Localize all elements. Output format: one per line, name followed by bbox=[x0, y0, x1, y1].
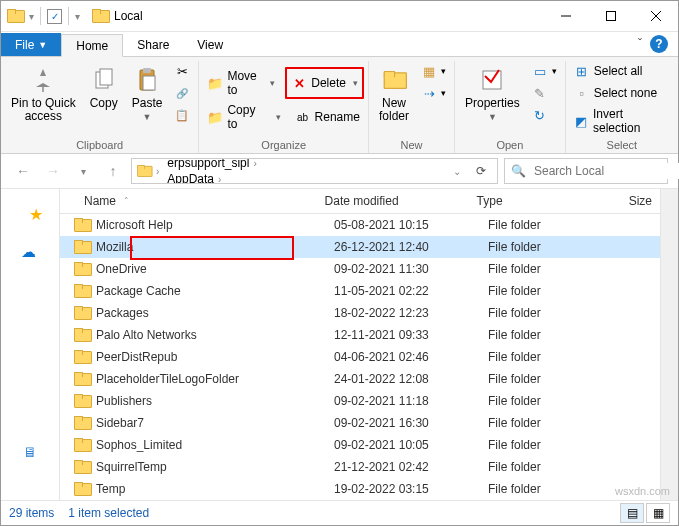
forward-button[interactable]: → bbox=[41, 159, 65, 183]
address-bar[interactable]: › Users›erpsupport_sipl›AppData›Local› ⌄… bbox=[131, 158, 498, 184]
qat-overflow-icon[interactable]: ▾ bbox=[75, 11, 80, 22]
file-type: File folder bbox=[480, 284, 634, 298]
minimize-button[interactable] bbox=[543, 2, 588, 31]
recent-locations-button[interactable]: ▾ bbox=[71, 159, 95, 183]
paste-button[interactable]: Paste▼ bbox=[126, 61, 169, 126]
table-row[interactable]: Sidebar709-02-2021 16:30File folder bbox=[60, 412, 660, 434]
table-row[interactable]: Microsoft Help05-08-2021 10:15File folde… bbox=[60, 214, 660, 236]
file-type: File folder bbox=[480, 482, 634, 496]
folder-icon bbox=[74, 372, 90, 386]
table-row[interactable]: Package Cache11-05-2021 02:22File folder bbox=[60, 280, 660, 302]
properties-icon bbox=[481, 63, 503, 97]
file-name: Mozilla bbox=[96, 240, 133, 254]
copy-path-button[interactable]: 🔗 bbox=[170, 83, 194, 103]
file-date: 11-05-2021 02:22 bbox=[326, 284, 480, 298]
copy-button[interactable]: Copy bbox=[84, 61, 124, 112]
select-none-button[interactable]: ▫Select none bbox=[570, 83, 674, 103]
search-box[interactable]: 🔍 bbox=[504, 158, 668, 184]
maximize-icon bbox=[606, 11, 616, 21]
close-button[interactable] bbox=[633, 2, 678, 31]
app-folder-icon bbox=[7, 9, 23, 23]
edit-button[interactable]: ✎ bbox=[528, 83, 561, 103]
nav-pane[interactable]: ★ ☁ 🖥 bbox=[1, 189, 60, 500]
file-date: 09-02-2021 11:30 bbox=[326, 262, 480, 276]
group-open-label: Open bbox=[459, 139, 561, 153]
file-type: File folder bbox=[480, 350, 634, 364]
back-button[interactable]: ← bbox=[11, 159, 35, 183]
address-dropdown-icon[interactable]: ⌄ bbox=[449, 166, 465, 177]
table-row[interactable]: Palo Alto Networks12-11-2021 09:33File f… bbox=[60, 324, 660, 346]
file-name: OneDrive bbox=[96, 262, 147, 276]
move-to-button[interactable]: 📁Move to▾ bbox=[203, 67, 279, 99]
copy-to-button[interactable]: 📁Copy to▾ bbox=[203, 101, 284, 133]
status-bar: 29 items 1 item selected ▤ ▦ bbox=[1, 500, 678, 525]
table-row[interactable]: Publishers09-02-2021 11:18File folder bbox=[60, 390, 660, 412]
history-button[interactable]: ↻ bbox=[528, 105, 561, 125]
table-row[interactable]: Sophos_Limited09-02-2021 10:05File folde… bbox=[60, 434, 660, 456]
status-count: 29 items bbox=[9, 506, 54, 520]
tab-share[interactable]: Share bbox=[123, 33, 183, 56]
help-icon[interactable]: ? bbox=[650, 35, 668, 53]
column-size[interactable]: Size bbox=[621, 194, 660, 208]
minimize-icon bbox=[561, 11, 571, 21]
address-folder-icon bbox=[137, 165, 151, 177]
file-date: 04-06-2021 02:46 bbox=[326, 350, 480, 364]
column-name[interactable]: Name˄ bbox=[60, 194, 317, 208]
search-icon: 🔍 bbox=[511, 164, 526, 178]
folder-icon bbox=[74, 262, 90, 276]
ribbon-collapse-icon[interactable]: ˇ bbox=[638, 37, 642, 51]
view-thumbnails-button[interactable]: ▦ bbox=[646, 503, 670, 523]
invert-selection-icon: ◩ bbox=[574, 113, 589, 129]
column-type[interactable]: Type bbox=[469, 194, 621, 208]
file-type: File folder bbox=[480, 306, 634, 320]
cut-button[interactable]: ✂ bbox=[170, 61, 194, 81]
paste-shortcut-button[interactable]: 📋 bbox=[170, 105, 194, 125]
properties-button[interactable]: Properties▼ bbox=[459, 61, 526, 126]
select-all-icon: ⊞ bbox=[574, 63, 590, 79]
qat-checkbox[interactable]: ✓ bbox=[47, 9, 62, 24]
breadcrumb[interactable]: AppData› bbox=[163, 171, 262, 184]
table-row[interactable]: PeerDistRepub04-06-2021 02:46File folder bbox=[60, 346, 660, 368]
refresh-button[interactable]: ⟳ bbox=[469, 164, 493, 178]
file-list: Name˄ Date modified Type Size Microsoft … bbox=[60, 189, 660, 500]
group-select-label: Select bbox=[570, 139, 674, 153]
easy-access-button[interactable]: ⇢▾ bbox=[417, 83, 450, 103]
table-row[interactable]: Temp19-02-2022 03:15File folder bbox=[60, 478, 660, 500]
qat-chevron-icon[interactable]: ▾ bbox=[29, 11, 34, 22]
vertical-scrollbar[interactable] bbox=[660, 189, 678, 500]
view-details-button[interactable]: ▤ bbox=[620, 503, 644, 523]
table-row[interactable]: SquirrelTemp21-12-2021 02:42File folder bbox=[60, 456, 660, 478]
search-input[interactable] bbox=[532, 163, 679, 179]
table-row[interactable]: Packages18-02-2022 12:23File folder bbox=[60, 302, 660, 324]
file-date: 05-08-2021 10:15 bbox=[326, 218, 480, 232]
onedrive-icon[interactable]: ☁ bbox=[21, 243, 36, 261]
breadcrumb[interactable]: erpsupport_sipl› bbox=[163, 158, 262, 171]
explorer-window: ▾ ✓ ▾ Local File ▼ Home Share View bbox=[0, 0, 679, 526]
rename-button[interactable]: abRename bbox=[291, 101, 364, 133]
column-date[interactable]: Date modified bbox=[317, 194, 469, 208]
tab-home[interactable]: Home bbox=[61, 34, 123, 57]
table-row[interactable]: OneDrive09-02-2021 11:30File folder bbox=[60, 258, 660, 280]
maximize-button[interactable] bbox=[588, 2, 633, 31]
move-to-icon: 📁 bbox=[207, 75, 223, 91]
copy-icon bbox=[94, 63, 114, 97]
select-all-button[interactable]: ⊞Select all bbox=[570, 61, 674, 81]
group-new-label: New bbox=[373, 139, 450, 153]
pin-quick-access-button[interactable]: Pin to Quick access bbox=[5, 61, 82, 125]
folder-icon bbox=[74, 284, 90, 298]
invert-selection-button[interactable]: ◩Invert selection bbox=[570, 105, 674, 137]
up-button[interactable]: ↑ bbox=[101, 159, 125, 183]
quick-access-icon[interactable]: ★ bbox=[29, 205, 43, 224]
new-item-button[interactable]: ▦▾ bbox=[417, 61, 450, 81]
paste-icon bbox=[137, 63, 157, 97]
tab-file[interactable]: File ▼ bbox=[1, 33, 61, 56]
tab-view[interactable]: View bbox=[183, 33, 237, 56]
new-folder-button[interactable]: New folder bbox=[373, 61, 415, 125]
ribbon: Pin to Quick access Copy Paste▼ ✂ 🔗 📋 Cl… bbox=[1, 57, 678, 154]
table-row[interactable]: PlaceholderTileLogoFolder24-01-2022 12:0… bbox=[60, 368, 660, 390]
file-name: Temp bbox=[96, 482, 125, 496]
open-button[interactable]: ▭▾ bbox=[528, 61, 561, 81]
file-date: 12-11-2021 09:33 bbox=[326, 328, 480, 342]
this-pc-icon[interactable]: 🖥 bbox=[23, 444, 37, 460]
delete-button[interactable]: ✕Delete▾ bbox=[285, 67, 364, 99]
